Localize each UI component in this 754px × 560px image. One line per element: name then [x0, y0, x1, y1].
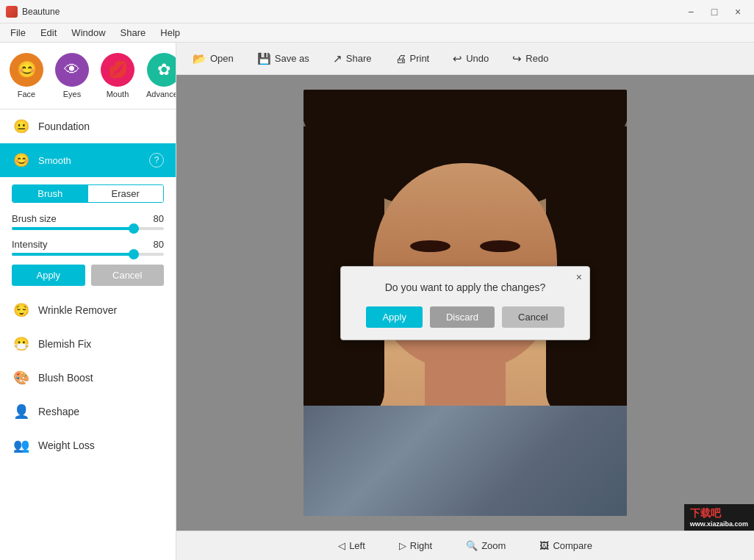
- tab-advanced[interactable]: ✿ Advanced: [140, 50, 176, 101]
- tab-icons: 😊 Face 👁 Eyes 💋 Mouth ✿ Advanced: [0, 43, 176, 110]
- brush-toggle[interactable]: Brush: [12, 185, 88, 202]
- sidebar-item-reshape[interactable]: 👤 Reshape: [0, 395, 176, 428]
- menu-window[interactable]: Window: [64, 26, 112, 40]
- apply-dialog: × Do you want to apply the changes? Appl…: [340, 266, 590, 340]
- tab-eyes-label: Eyes: [63, 90, 81, 98]
- tab-eyes[interactable]: 👁 Eyes: [49, 50, 95, 101]
- blush-boost-icon: 🎨: [12, 368, 31, 387]
- compare-icon: 🖼: [539, 540, 549, 551]
- close-button[interactable]: ×: [728, 4, 748, 20]
- foundation-label: Foundation: [38, 121, 90, 132]
- tab-face-label: Face: [18, 90, 35, 98]
- dialog-apply-button[interactable]: Apply: [366, 306, 423, 328]
- mouth-icon: 💋: [101, 53, 134, 87]
- zoom-button[interactable]: 🔍 Zoom: [460, 537, 511, 554]
- brush-size-row: Brush size 80: [12, 213, 164, 230]
- left-label: Left: [349, 540, 365, 551]
- intensity-track[interactable]: [12, 253, 164, 256]
- sidebar-item-blush-boost[interactable]: 🎨 Blush Boost: [0, 361, 176, 395]
- dialog-close-button[interactable]: ×: [576, 271, 582, 283]
- share-label: Share: [346, 53, 372, 64]
- intensity-thumb: [129, 249, 139, 259]
- blemish-fix-label: Blemish Fix: [38, 338, 91, 350]
- window-controls: − □ ×: [681, 4, 748, 20]
- brush-size-value: 80: [154, 213, 164, 224]
- tab-face[interactable]: 😊 Face: [4, 50, 49, 101]
- print-icon: 🖨: [395, 52, 406, 65]
- open-label: Open: [210, 53, 234, 64]
- sidebar-item-weight-loss[interactable]: 👥 Weight Loss: [0, 428, 176, 462]
- watermark-line2: www.xiazaiba.com: [690, 520, 748, 528]
- foundation-icon: 😐: [12, 117, 31, 136]
- smooth-icon: 😊: [12, 151, 31, 170]
- open-icon: 📂: [193, 52, 207, 65]
- sidebar-item-foundation[interactable]: 😐 Foundation: [0, 110, 176, 143]
- intensity-fill: [12, 253, 134, 256]
- weight-loss-icon: 👥: [12, 436, 31, 455]
- bottom-bar: ◁ Left ▷ Right 🔍 Zoom 🖼 Compare: [176, 531, 754, 560]
- sidebar-item-blemish-fix[interactable]: 😷 Blemish Fix: [0, 327, 176, 361]
- dialog-buttons: Apply Discard Cancel: [363, 306, 567, 328]
- content-area: 📂 Open 💾 Save as ↗ Share 🖨 Print ↩ Undo …: [176, 43, 754, 560]
- wrinkle-remover-label: Wrinkle Remover: [38, 304, 117, 316]
- redo-button[interactable]: ↪ Redo: [508, 49, 553, 68]
- eraser-toggle[interactable]: Eraser: [88, 185, 164, 202]
- dialog-overlay: × Do you want to apply the changes? Appl…: [304, 90, 627, 516]
- tab-mouth-label: Mouth: [107, 90, 129, 98]
- cancel-button[interactable]: Cancel: [91, 265, 165, 286]
- advanced-icon: ✿: [147, 53, 176, 87]
- main-layout: 😊 Face 👁 Eyes 💋 Mouth ✿ Advanced 😐 Found…: [0, 43, 754, 560]
- print-button[interactable]: 🖨 Print: [391, 49, 434, 68]
- apply-button[interactable]: Apply: [12, 265, 85, 286]
- menu-edit[interactable]: Edit: [33, 26, 64, 40]
- intensity-row: Intensity 80: [12, 239, 164, 256]
- sidebar-item-wrinkle-remover[interactable]: 😌 Wrinkle Remover: [0, 293, 176, 327]
- blemish-fix-icon: 😷: [12, 334, 31, 353]
- dialog-message: Do you want to apply the changes?: [363, 281, 567, 293]
- open-button[interactable]: 📂 Open: [188, 49, 238, 68]
- reshape-icon: 👤: [12, 402, 31, 421]
- wrinkle-remover-icon: 😌: [12, 301, 31, 320]
- save-as-label: Save as: [275, 53, 309, 64]
- undo-label: Undo: [466, 53, 489, 64]
- intensity-label: Intensity: [12, 239, 47, 250]
- title-bar: Beautune − □ ×: [0, 0, 754, 24]
- brush-eraser-toggle: Brush Eraser: [12, 184, 164, 203]
- intensity-value: 80: [154, 239, 164, 250]
- maximize-button[interactable]: □: [704, 4, 725, 20]
- menu-share[interactable]: Share: [113, 26, 154, 40]
- tab-mouth[interactable]: 💋 Mouth: [95, 50, 140, 101]
- right-button[interactable]: ▷ Right: [393, 537, 438, 554]
- brush-size-track[interactable]: [12, 227, 164, 230]
- smooth-help-icon[interactable]: ?: [149, 153, 164, 168]
- smooth-label: Smooth: [38, 155, 71, 166]
- app-icon: [6, 6, 18, 18]
- app-title: Beautune: [22, 7, 60, 17]
- smooth-panel-header: 😊 Smooth ?: [0, 143, 176, 177]
- brush-size-fill: [12, 227, 134, 230]
- zoom-icon: 🔍: [466, 540, 478, 551]
- smooth-panel: 😊 Smooth ? Brush Eraser Brush size 80: [0, 143, 176, 293]
- right-icon: ▷: [399, 540, 406, 551]
- left-button[interactable]: ◁ Left: [332, 537, 371, 554]
- share-icon: ↗: [333, 52, 342, 65]
- smooth-controls: Brush Eraser Brush size 80 Intensit: [0, 177, 176, 293]
- redo-icon: ↪: [512, 52, 522, 65]
- dialog-discard-button[interactable]: Discard: [430, 306, 495, 328]
- left-icon: ◁: [338, 540, 345, 551]
- blush-boost-label: Blush Boost: [38, 372, 93, 384]
- save-icon: 💾: [257, 52, 271, 65]
- reshape-label: Reshape: [38, 406, 79, 417]
- undo-button[interactable]: ↩ Undo: [448, 49, 493, 68]
- undo-icon: ↩: [453, 52, 462, 65]
- redo-label: Redo: [525, 53, 548, 64]
- dialog-cancel-button[interactable]: Cancel: [502, 306, 564, 328]
- menu-bar: File Edit Window Share Help: [0, 24, 754, 43]
- menu-help[interactable]: Help: [153, 26, 187, 40]
- menu-file[interactable]: File: [3, 26, 33, 40]
- compare-label: Compare: [553, 540, 592, 551]
- minimize-button[interactable]: −: [681, 4, 701, 20]
- share-button[interactable]: ↗ Share: [328, 49, 376, 68]
- save-as-button[interactable]: 💾 Save as: [253, 49, 314, 68]
- compare-button[interactable]: 🖼 Compare: [534, 537, 597, 554]
